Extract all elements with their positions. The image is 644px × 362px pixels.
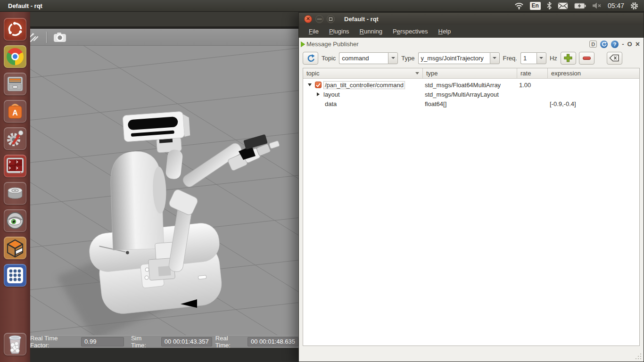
volume-muted-icon[interactable] <box>592 2 602 9</box>
freq-dropdown-button[interactable] <box>537 52 546 64</box>
launcher-icon-disks[interactable] <box>4 182 26 205</box>
launcher-icon-rqt[interactable] <box>4 264 26 287</box>
field-name[interactable]: data <box>325 100 337 107</box>
plugin-header: Message Publisher D ? - O × <box>299 38 644 49</box>
desktop: Real Time Factor: 0.99 Sim Time: 00 00:0… <box>0 0 644 362</box>
toolbar-separator <box>46 32 47 43</box>
gazebo-menubar-area <box>0 12 298 26</box>
rate-value <box>517 99 548 108</box>
chrome-logo-icon <box>7 48 24 65</box>
keyboard-indicator[interactable]: En <box>530 2 541 10</box>
menu-running[interactable]: Running <box>355 26 388 36</box>
backspace-icon <box>609 54 619 62</box>
top-panel: Default - rqt En <box>0 0 644 12</box>
column-header-topic[interactable]: topic <box>303 68 423 78</box>
resize-grip[interactable] <box>636 354 641 359</box>
mail-icon[interactable] <box>558 2 568 9</box>
launcher-icon-file-cabinet[interactable] <box>4 73 26 95</box>
column-header-type[interactable]: type <box>423 68 517 78</box>
gear-wrench-icon <box>5 129 25 148</box>
dock-button[interactable]: D <box>589 41 597 48</box>
sim-time-label: Sim Time: <box>131 335 158 349</box>
table-row[interactable]: /pan_tilt_controller/command std_msgs/Fl… <box>303 80 639 90</box>
panel-title: Default - rqt <box>8 2 42 9</box>
type-value[interactable]: y_msgs/JointTrajectory <box>418 52 490 64</box>
topic-name[interactable]: /pan_tilt_controller/command <box>323 81 405 89</box>
plugin-title: Message Publisher <box>306 41 359 48</box>
freq-value[interactable]: 1 <box>520 52 537 64</box>
gazebo-window: Real Time Factor: 0.99 Sim Time: 00 00:0… <box>0 12 298 362</box>
field-name[interactable]: layout <box>323 91 340 98</box>
table-row[interactable]: layout std_msgs/MultiArrayLayout <box>303 90 639 99</box>
table-header: topic type rate expression <box>303 68 639 79</box>
table-row[interactable]: data float64[] [-0.9,-0.4] <box>303 99 639 108</box>
menu-file[interactable]: File <box>304 26 324 36</box>
minimize-button[interactable]: — <box>315 15 323 23</box>
publish-checkbox[interactable] <box>315 82 322 88</box>
remove-publisher-button[interactable] <box>579 52 594 65</box>
publisher-table: topic type rate expression /pan_tilt_con… <box>303 68 640 346</box>
clear-button[interactable] <box>607 52 622 65</box>
launcher-icon-gazebo[interactable] <box>4 237 26 259</box>
session-gear-icon[interactable] <box>630 2 638 10</box>
rqt-dots-icon <box>6 266 25 285</box>
window-title: Default - rqt <box>344 16 379 23</box>
freq-label: Freq. <box>503 55 517 62</box>
panel-float-button[interactable]: O <box>627 41 632 48</box>
rqt-titlebar[interactable]: ✕ — Default - rqt <box>299 13 644 25</box>
hz-label: Hz <box>550 55 557 62</box>
publisher-toolbar: Topic command Type y_msgs/JointTrajector… <box>299 49 644 66</box>
msg-type: std_msgs/Float64MultiArray <box>423 80 517 90</box>
refresh-icon <box>306 54 315 62</box>
unity-launcher: A <box>0 12 30 362</box>
svg-text:A: A <box>12 109 18 117</box>
launcher-icon-software-center[interactable]: A <box>4 100 26 123</box>
rate-value <box>517 90 548 99</box>
help-icon[interactable]: ? <box>611 41 619 48</box>
gazebo-cube-icon <box>6 238 25 258</box>
launcher-icon-trash[interactable] <box>4 333 26 355</box>
bluetooth-icon[interactable] <box>547 2 552 9</box>
rqt-window: ✕ — Default - rqt File Plugins Running P… <box>298 12 644 362</box>
clock[interactable]: 05:47 <box>608 2 624 9</box>
expander-right-icon[interactable] <box>317 92 320 96</box>
refresh-button[interactable] <box>303 52 318 65</box>
freq-combobox[interactable]: 1 <box>520 52 546 64</box>
launcher-icon-chrome[interactable] <box>4 45 26 68</box>
minus-icon <box>583 57 591 60</box>
launcher-icon-ubuntu-dash[interactable] <box>4 18 26 41</box>
expression-value[interactable]: [-0.9,-0.4] <box>548 99 639 108</box>
wifi-icon[interactable] <box>514 2 524 9</box>
add-publisher-button[interactable] <box>561 52 576 65</box>
launcher-icon-system-settings[interactable] <box>4 127 26 150</box>
panel-minimize-button[interactable]: - <box>622 41 624 48</box>
menu-help[interactable]: Help <box>433 26 456 36</box>
launcher-icon-terminator[interactable] <box>4 155 26 177</box>
menu-perspectives[interactable]: Perspectives <box>388 26 433 36</box>
reload-plugin-icon[interactable] <box>600 41 608 48</box>
camera-icon[interactable] <box>52 32 67 43</box>
play-icon <box>301 41 305 47</box>
chevron-down-icon <box>539 57 543 59</box>
column-header-rate[interactable]: rate <box>517 68 548 78</box>
gazebo-3d-viewport[interactable] <box>0 46 298 335</box>
real-time-value: 00 00:01:48.635 <box>248 337 298 346</box>
type-dropdown-button[interactable] <box>490 52 500 64</box>
expression-value[interactable] <box>548 80 639 90</box>
gazebo-status-bar: Real Time Factor: 0.99 Sim Time: 00 00:0… <box>0 335 298 348</box>
column-header-expression[interactable]: expression <box>548 68 639 78</box>
expander-down-icon[interactable] <box>308 83 312 86</box>
launcher-icon-eye-viewer[interactable] <box>4 209 26 232</box>
panel-close-button[interactable]: × <box>636 40 640 49</box>
menu-plugins[interactable]: Plugins <box>324 26 355 36</box>
msg-type: float64[] <box>423 99 517 108</box>
topic-combobox[interactable]: command <box>339 52 398 64</box>
close-button[interactable]: ✕ <box>304 15 312 23</box>
real-time-factor-label: Real Time Factor: <box>30 335 78 349</box>
battery-icon[interactable] <box>574 3 586 9</box>
type-combobox[interactable]: y_msgs/JointTrajectory <box>418 52 500 64</box>
expression-value[interactable] <box>548 90 639 99</box>
topic-dropdown-button[interactable] <box>388 52 398 64</box>
maximize-button[interactable] <box>327 15 335 23</box>
topic-value[interactable]: command <box>339 52 388 64</box>
